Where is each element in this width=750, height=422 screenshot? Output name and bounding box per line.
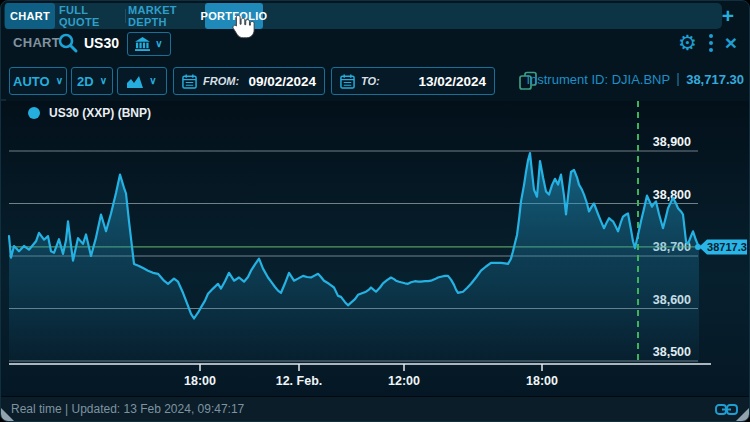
x-axis-label: 12:00 [388,374,420,388]
header-icons: ⚙ × [678,32,737,53]
status-bar: Real time | Updated: 13 Feb 2024, 09:47:… [1,396,750,421]
auto-scale-dropdown[interactable]: AUTO ∨ [9,67,67,95]
symbol-search[interactable]: US30 [57,32,119,54]
divider [677,73,679,86]
x-axis-label: 12. Feb. [276,374,323,388]
price-badge-label: 38717.3 [707,241,747,253]
link-icon[interactable] [715,402,738,417]
chart-legend: US30 (XXP) (BNP) [28,106,151,120]
chevron-down-icon: ∨ [155,39,162,49]
tab-market-depth[interactable]: MARKET DEPTH [128,3,202,29]
chart-type-dropdown[interactable]: ∨ [117,67,167,95]
kebab-menu-icon[interactable] [709,34,713,52]
tab-bar: CHART FULL QUOTE MARKET DEPTH PORTFOLIO [4,3,722,29]
from-label: FROM: [203,75,239,87]
search-icon[interactable] [57,32,79,54]
close-icon[interactable]: × [725,32,737,53]
exchange-dropdown[interactable]: ∨ [127,32,171,56]
resize-handle-right[interactable] [736,408,749,421]
auto-scale-label: AUTO [13,74,50,89]
tab-separator [125,9,126,23]
gear-icon[interactable]: ⚙ [678,32,697,53]
x-axis-label: 18:00 [184,374,216,388]
price-chart: 38,90038,80038,70038,60038,50018:0012. F… [1,101,750,398]
instrument-id: Instrument ID: DJIA.BNP [526,72,670,87]
calendar-icon [182,74,197,89]
chevron-down-icon: ∨ [149,76,156,86]
from-value: 09/02/2024 [248,74,316,89]
tab-chart[interactable]: CHART [5,3,55,29]
chevron-down-icon: ∨ [100,76,107,86]
legend-color-dot [28,107,40,119]
chevron-down-icon: ∨ [56,76,63,86]
tab-portfolio[interactable]: PORTFOLIO [205,3,263,29]
date-from-field[interactable]: FROM: 09/02/2024 [173,67,325,95]
instrument-info: Instrument ID: DJIA.BNP 38,717.30 [526,72,744,87]
symbol-value: US30 [84,35,119,51]
interval-label: 2D [77,74,94,89]
tab-full-quote[interactable]: FULL QUOTE [59,3,123,29]
interval-dropdown[interactable]: 2D ∨ [71,67,113,95]
resize-handle-left[interactable] [1,408,14,421]
x-axis-label: 18:00 [526,374,558,388]
area-chart-icon [127,75,143,88]
calendar-icon [340,74,355,89]
trading-widget-window: CHART FULL QUOTE MARKET DEPTH PORTFOLIO … [0,0,750,422]
bank-icon [135,37,150,51]
to-label: TO: [361,75,380,87]
to-value: 13/02/2024 [418,74,486,89]
panel-title: CHART [13,35,60,50]
date-to-field[interactable]: TO: 13/02/2024 [331,67,495,95]
add-tab-button[interactable]: + [717,3,739,29]
legend-series-label: US30 (XXP) (BNP) [49,106,151,120]
instrument-price: 38,717.30 [686,72,744,87]
status-message: Real time | Updated: 13 Feb 2024, 09:47:… [11,402,244,416]
y-axis-label: 38,900 [653,135,691,149]
series-area [9,153,699,363]
